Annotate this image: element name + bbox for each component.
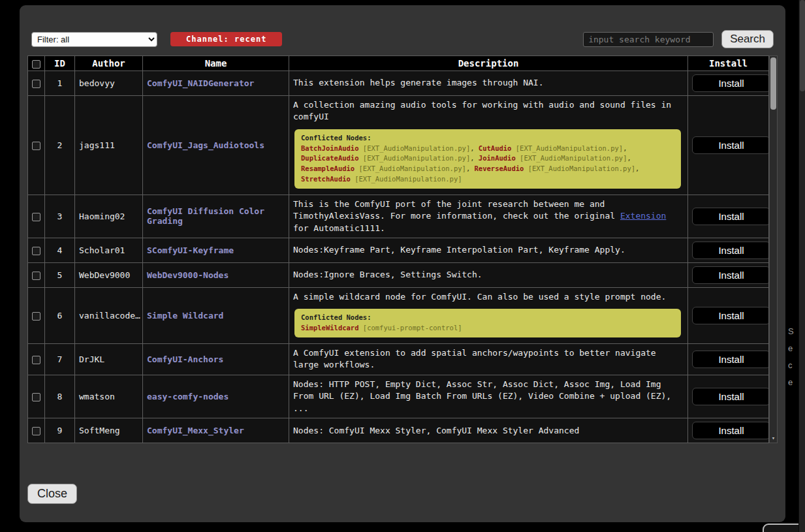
background-text-fragment: e: [788, 343, 798, 353]
row-author: bedovyy: [75, 71, 143, 96]
toolbar: Filter: all Channel: recent Search: [31, 30, 774, 48]
row-author: WebDev9000: [75, 263, 143, 288]
channel-badge: Channel: recent: [170, 32, 282, 46]
install-button[interactable]: Install: [692, 351, 770, 368]
row-checkbox[interactable]: [32, 427, 40, 435]
conflict-node-name: BatchJoinAudio: [301, 144, 359, 152]
node-name-link[interactable]: SComfyUI-Keyframe: [147, 245, 234, 255]
table-scrollbar[interactable]: ▾: [769, 55, 778, 443]
node-name-link[interactable]: ComfyUI_NAIDGenerator: [147, 78, 254, 88]
install-button[interactable]: Install: [692, 74, 770, 92]
search-button[interactable]: Search: [721, 30, 774, 48]
node-name-link[interactable]: WebDev9000-Nodes: [147, 270, 229, 280]
row-description: A ComfyUI extension to add spatial ancho…: [293, 347, 684, 371]
dialog-footer: Close: [27, 484, 778, 504]
conflict-node-name: JoinAudio: [479, 154, 516, 162]
conflict-node-name: ResampleAudio: [301, 164, 355, 172]
custom-nodes-manager-dialog: Filter: all Channel: recent Search ID Au…: [20, 5, 785, 522]
row-description: A collection amazing audio tools for wor…: [293, 99, 684, 123]
conflict-node-source: [comfyui-prompt-control]: [359, 324, 462, 332]
select-all-checkbox[interactable]: [32, 60, 40, 69]
nodes-table: ID Author Name Description Install 1bedo…: [27, 55, 778, 443]
node-name-link[interactable]: ComfyUI_Jags_Audiotools: [147, 140, 264, 150]
conflict-node-name: SimpleWildcard: [301, 324, 359, 332]
install-button[interactable]: Install: [692, 307, 770, 324]
row-description: Nodes: ComfyUI Mexx Styler, ComfyUI Mexx…: [293, 425, 684, 437]
row-id: 1: [45, 71, 75, 96]
conflict-node-source: [EXT_AudioManipulation.py]: [516, 154, 627, 162]
row-checkbox[interactable]: [32, 272, 40, 280]
row-checkbox[interactable]: [32, 142, 40, 150]
node-name-link[interactable]: ComfyUI-Anchors: [147, 354, 223, 364]
conflict-node-source: [EXT_AudioManipulation.py]: [359, 154, 471, 162]
row-checkbox[interactable]: [32, 356, 40, 364]
node-name-link[interactable]: Simple Wildcard: [147, 311, 223, 321]
table-scrollbar-thumb[interactable]: [770, 57, 776, 110]
table-row: 1bedovyyComfyUI_NAIDGeneratorThis extens…: [28, 71, 769, 96]
conflict-node-name: CutAudio: [479, 144, 512, 152]
row-author: wmatson: [75, 375, 143, 418]
row-author: vanillacode…: [75, 288, 143, 344]
description-link[interactable]: Extension: [620, 211, 666, 221]
row-id: 2: [45, 96, 75, 195]
row-description: Nodes:Keyframe Part, Keyframe Interpolat…: [293, 244, 684, 256]
node-name-link[interactable]: easy-comfy-nodes: [147, 392, 229, 401]
row-author: DrJKL: [75, 343, 143, 375]
table-row: 3Haoming02ComfyUI Diffusion Color Gradin…: [28, 195, 769, 238]
install-button[interactable]: Install: [692, 422, 770, 439]
row-author: Scholar01: [75, 238, 143, 263]
filter-select[interactable]: Filter: all: [31, 32, 157, 47]
row-description: This is the ComfyUI port of the joint re…: [293, 198, 684, 234]
table-row: 5WebDev9000WebDev9000-NodesNodes:Ignore …: [28, 263, 769, 288]
install-button[interactable]: Install: [692, 208, 770, 225]
row-description: This extension helps generate images thr…: [293, 77, 684, 89]
row-id: 3: [45, 195, 75, 238]
row-checkbox[interactable]: [32, 247, 40, 255]
table-header: ID Author Name Description Install: [28, 56, 769, 71]
conflict-title: Conflicted Nodes:: [301, 313, 674, 323]
conflict-node-source: [EXT_AudioManipulation.py]: [351, 175, 462, 183]
conflict-node-name: StretchAudio: [301, 175, 351, 183]
row-id: 9: [45, 418, 75, 443]
row-checkbox[interactable]: [32, 80, 40, 88]
conflict-box: Conflicted Nodes:BatchJoinAudio [EXT_Aud…: [294, 129, 681, 189]
background-fragments: Sece: [788, 326, 798, 387]
row-description: A simple wildcard node for ComfyUI. Can …: [293, 291, 684, 303]
install-button[interactable]: Install: [692, 242, 770, 259]
close-button[interactable]: Close: [27, 484, 77, 504]
install-button[interactable]: Install: [692, 266, 770, 284]
window-scrollbar[interactable]: [798, 0, 805, 532]
node-name-link[interactable]: ComfyUI Diffusion Color Grading: [147, 206, 264, 226]
conflict-title: Conflicted Nodes:: [301, 133, 674, 144]
header-id: ID: [45, 56, 75, 71]
conflict-node-source: [EXT_AudioManipulation.py]: [524, 164, 635, 172]
install-button[interactable]: Install: [692, 388, 770, 405]
row-checkbox[interactable]: [32, 312, 40, 321]
node-name-link[interactable]: ComfyUI_Mexx_Styler: [147, 426, 244, 435]
conflict-node-name: DuplicateAudio: [301, 154, 359, 162]
conflict-node-source: [EXT_AudioManipulation.py]: [511, 144, 623, 152]
install-button[interactable]: Install: [692, 136, 770, 154]
table-row: 4Scholar01SComfyUI-KeyframeNodes:Keyfram…: [28, 238, 769, 263]
header-description: Description: [289, 56, 688, 71]
window-scrollbar-thumb[interactable]: [800, 0, 805, 91]
row-author: jags111: [75, 96, 143, 195]
conflict-box: Conflicted Nodes:SimpleWildcard [comfyui…: [294, 309, 681, 337]
header-name: Name: [143, 56, 289, 71]
background-text-fragment: e: [788, 377, 798, 387]
search-input[interactable]: [583, 32, 714, 47]
conflict-node-name: ReverseAudio: [475, 164, 524, 172]
row-author: Haoming02: [75, 195, 143, 238]
node-table-body: 1bedovyyComfyUI_NAIDGeneratorThis extens…: [28, 71, 769, 444]
table-row: 2jags111ComfyUI_Jags_AudiotoolsA collect…: [28, 96, 769, 195]
row-description: Nodes:Ignore Braces, Settings Switch.: [293, 269, 684, 281]
header-install: Install: [688, 56, 769, 71]
row-id: 8: [45, 375, 75, 418]
row-id: 5: [45, 263, 75, 288]
background-text-fragment: S: [788, 326, 798, 336]
row-checkbox[interactable]: [32, 393, 40, 401]
scrollbar-down-arrow[interactable]: ▾: [770, 434, 777, 442]
table-row: 6vanillacode…Simple WildcardA simple wil…: [28, 288, 769, 344]
row-author: SoftMeng: [75, 418, 143, 443]
row-checkbox[interactable]: [32, 213, 40, 221]
